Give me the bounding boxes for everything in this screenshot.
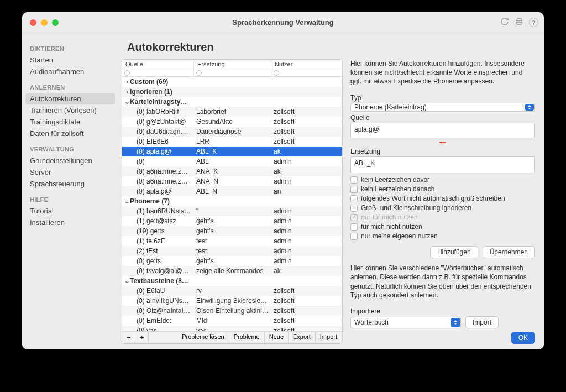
checkbox-label: folgendes Wort nicht automatisch groß sc…	[361, 195, 505, 202]
table-row[interactable]: (0) aInvIli:gUNs…Einwilligung Sklerosier…	[122, 296, 342, 306]
record-icon[interactable]	[439, 142, 446, 144]
chevron-updown-icon	[451, 318, 460, 327]
checkbox-row[interactable]: kein Leerzeichen davor	[350, 176, 535, 184]
table-group[interactable]: › Custom (69)	[122, 77, 342, 87]
sidebar-item[interactable]: Starten	[22, 54, 118, 66]
add-button[interactable]: +	[135, 332, 149, 343]
search-input[interactable]	[271, 69, 342, 76]
window: Spracherkennung Verwaltung ? DIKTIERENSt…	[22, 12, 544, 349]
dict-import-button[interactable]: Import	[465, 316, 499, 328]
table-row[interactable]: (0) daU6di:agn…Dauerdiagnosezollsoft	[122, 127, 342, 137]
problems-button[interactable]: Probleme	[229, 332, 265, 343]
table-row[interactable]: (0) labORbRi:fLaborbriefzollsoft	[122, 107, 342, 117]
search-input[interactable]	[194, 69, 271, 76]
sidebar-item[interactable]: Installieren	[22, 217, 118, 228]
detail-panel: Hier können Sie Autokorrekturen hinzufüg…	[350, 59, 535, 344]
corrections-table: Quelle Ersetzung Nutzer › Custom (69)› I…	[122, 59, 343, 344]
help-icon[interactable]: ?	[529, 18, 538, 27]
table-row[interactable]: (19) ge:tsgeht'sadmin	[122, 226, 342, 236]
window-title: Spracherkennung Verwaltung	[22, 18, 544, 27]
checkbox-label: nur für mich nutzen	[361, 213, 418, 221]
checkbox-row[interactable]: kein Leerzeichen danach	[350, 185, 535, 193]
checkbox-label: nur meine eigenen nutzen	[361, 232, 438, 240]
new-button[interactable]: Neue	[265, 332, 289, 343]
sidebar-item[interactable]: Server	[22, 166, 118, 178]
remove-button[interactable]: −	[122, 332, 135, 343]
checkbox-row[interactable]: für mich nicht nutzen	[350, 223, 535, 231]
table-row[interactable]: (0) a6na:mne:z…ANA_Kak	[122, 166, 342, 176]
typ-select[interactable]: Phoneme (Karteieintrag)	[350, 103, 535, 112]
ok-button[interactable]: OK	[511, 332, 535, 344]
checkbox[interactable]	[350, 233, 358, 240]
table-row[interactable]: (0) vasvaszollsoft	[122, 326, 342, 331]
table-row[interactable]: (1) han6RUNsts…"admin	[122, 206, 342, 216]
sidebar: DIKTIERENStartenAudioaufnahmenANLERNENAu…	[22, 33, 118, 349]
traffic-lights	[22, 19, 59, 26]
table-row[interactable]: (0) Olz@naIntaI…Olsen Einteilung aktinis…	[122, 306, 342, 316]
table-row[interactable]: (0) ElE6E6LRRzollsoft	[122, 137, 342, 147]
sidebar-item[interactable]: Tutorial	[22, 205, 118, 217]
sidebar-group: ANLERNEN	[22, 77, 118, 93]
titlebar: Spracherkennung Verwaltung ?	[22, 12, 544, 33]
sidebar-item[interactable]: Grundeinstellungen	[22, 155, 118, 166]
apply-button[interactable]: Übernehmen	[483, 246, 535, 258]
checkbox[interactable]	[350, 223, 358, 231]
col-ersetzung[interactable]: Ersetzung	[194, 60, 271, 76]
table-group[interactable]: ⌄ Textbausteine (8…	[122, 276, 342, 286]
table-row[interactable]: (0)ABLadmin	[122, 156, 342, 166]
intro-text: Hier können Sie Autokorrekturen hinzufüg…	[350, 59, 535, 86]
table-row[interactable]: (0) a6na:mne:z…ANA_Nadmin	[122, 176, 342, 186]
table-row[interactable]: (2) tEsttestadmin	[122, 246, 342, 256]
checkbox[interactable]	[350, 186, 358, 193]
table-row[interactable]: (0) EmElde:Mldzollsoft	[122, 316, 342, 326]
sidebar-item[interactable]: Trainieren (Vorlesen)	[22, 104, 118, 116]
table-group[interactable]: ⌄ Phoneme (7)	[122, 196, 342, 206]
checkbox-row[interactable]: folgendes Wort nicht automatisch groß sc…	[350, 195, 535, 202]
checkbox[interactable]	[350, 195, 358, 202]
sync-icon[interactable]	[500, 17, 509, 28]
checkbox-label: kein Leerzeichen danach	[361, 185, 434, 193]
checkbox-row[interactable]: Groß- und Kleinschreibung ignorieren	[350, 204, 535, 212]
table-row[interactable]: (0) apla:g@ABL_Nan	[122, 186, 342, 196]
sidebar-item[interactable]: Trainingsdiktate	[22, 116, 118, 128]
search-input[interactable]	[122, 69, 193, 76]
sidebar-item[interactable]: Sprachsteuerung	[22, 178, 118, 190]
table-row[interactable]: (0) E6faUrvzollsoft	[122, 286, 342, 296]
table-group[interactable]: ⌄ Karteieintragsty…	[122, 97, 342, 107]
ersetzung-input[interactable]: ABL_K	[350, 156, 535, 173]
table-row[interactable]: (1) te:6zEtestadmin	[122, 236, 342, 246]
importiere-label: Importiere	[350, 307, 535, 315]
quelle-label: Quelle	[350, 114, 535, 122]
importiere-select[interactable]: Wörterbuch	[350, 317, 461, 328]
table-row[interactable]: (0) tsvalg@al@…zeige alle Kommandosak	[122, 266, 342, 276]
minimize-icon[interactable]	[41, 19, 48, 26]
stack-icon[interactable]	[515, 17, 523, 28]
table-row[interactable]: (1) ge:t@stszgeht'sadmin	[122, 216, 342, 226]
fix-problems-button[interactable]: Probleme lösen	[177, 332, 229, 343]
table-header: Quelle Ersetzung Nutzer	[122, 60, 342, 77]
maximize-icon[interactable]	[52, 19, 59, 26]
table-row[interactable]: (0) apla:g@ABL_Kak	[122, 147, 342, 156]
table-group[interactable]: › Ignorieren (1)	[122, 87, 342, 97]
sidebar-item[interactable]: Autokorrekturen	[25, 93, 115, 104]
close-icon[interactable]	[30, 19, 36, 26]
add-button[interactable]: Hinzufügen	[430, 246, 478, 258]
sidebar-item[interactable]: Daten für zollsoft	[22, 128, 118, 139]
chevron-updown-icon	[525, 104, 534, 111]
sidebar-group: VERWALTUNG	[22, 139, 118, 155]
sidebar-item[interactable]: Audioaufnahmen	[22, 66, 118, 77]
col-nutzer[interactable]: Nutzer	[271, 60, 342, 76]
checkbox[interactable]	[350, 176, 358, 184]
col-quelle[interactable]: Quelle	[122, 60, 194, 76]
table-row[interactable]: (0) g@zUntakt@GesundAktezollsoft	[122, 117, 342, 127]
table-footer: − + Probleme lösen Probleme Neue Export …	[122, 331, 342, 343]
checkbox-label: Groß- und Kleinschreibung ignorieren	[361, 204, 471, 212]
checkbox[interactable]	[350, 205, 358, 212]
checkbox-row: nur für mich nutzen	[350, 213, 535, 221]
checkbox-row[interactable]: nur meine eigenen nutzen	[350, 232, 535, 240]
table-row[interactable]: (0) ge:tsgeht'sadmin	[122, 256, 342, 266]
export-button[interactable]: Export	[289, 332, 316, 343]
import-button[interactable]: Import	[316, 332, 342, 343]
ersetzung-label: Ersetzung	[350, 148, 535, 155]
quelle-input[interactable]: apla:g@	[350, 123, 535, 138]
